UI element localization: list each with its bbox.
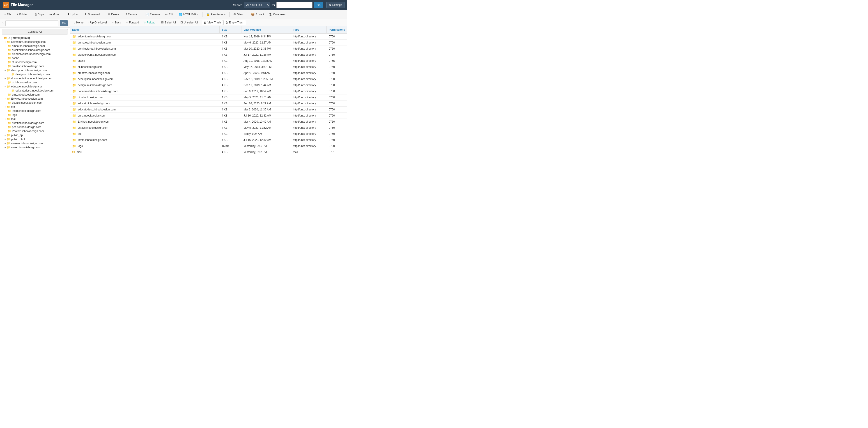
sidebar-item-blenderworks[interactable]: 📁blenderworks.inbookdesign.com — [0, 52, 70, 56]
sidebar-item-mail[interactable]: +📁mail — [0, 117, 70, 121]
table-row[interactable]: 📁 description.inbookdesign.com 4 KB Nov … — [70, 76, 347, 82]
sidebar-item-architecturus[interactable]: 📁architecturus.inbookdesign.com — [0, 48, 70, 52]
table-row[interactable]: 📁 cache 4 KB Aug 10, 2016, 12:38 AM http… — [70, 58, 347, 64]
table-row[interactable]: 📁 blenderworks.inbookdesign.com 4 KB Jul… — [70, 52, 347, 58]
sidebar-item-estatis[interactable]: 📁estatis.inbookdesign.com — [0, 101, 70, 105]
settings-button[interactable]: ⚙ Settings — [327, 2, 344, 8]
rename-button[interactable]: 📄 Rename — [143, 11, 162, 17]
delete-button[interactable]: ✕ Delete — [105, 11, 122, 17]
compress-button[interactable]: 🗜 Compress — [267, 11, 288, 17]
table-row[interactable]: 📁 infom.inbookdesign.com 4 KB Jul 16, 20… — [70, 137, 347, 143]
unselect-all-button[interactable]: ☐ Unselect All — [178, 20, 200, 25]
copy-button[interactable]: ⎘ Copy — [32, 11, 46, 17]
sidebar-item-photom[interactable]: 📁Photom.inbookdesign.com — [0, 129, 70, 133]
search-scope-select[interactable]: All Your Files Public Html Home Director… — [244, 2, 270, 8]
sidebar-item-documentation[interactable]: +📁documentation.inbookdesign.com — [0, 76, 70, 80]
table-row[interactable]: 📁 educatodesc.inbookdesign.com 4 KB Mar … — [70, 107, 347, 113]
sidebar-item-petus[interactable]: 📁petus.inbookdesign.com — [0, 125, 70, 129]
sidebar-path-input[interactable] — [5, 20, 58, 26]
search-input[interactable] — [276, 2, 312, 8]
table-row[interactable]: 📁 logs 16 KB Yesterday, 2:56 PM httpd/un… — [70, 143, 347, 149]
file-type: httpd/unix-directory — [290, 131, 327, 137]
sidebar-item-public_ftp[interactable]: +📁public_ftp — [0, 133, 70, 137]
table-row[interactable]: 📁 emc.inbookdesign.com 4 KB Jul 16, 2020… — [70, 113, 347, 119]
up-one-level-button[interactable]: ↑ Up One Level — [86, 20, 109, 25]
table-row[interactable]: 📁 Enviros.inbookdesign.com 4 KB Mar 4, 2… — [70, 119, 347, 125]
sidebar-item-romeus[interactable]: +📁romeus.inbookdesign.com — [0, 141, 70, 145]
new-file-button[interactable]: + File — [2, 11, 14, 17]
sidebar-item-creativo[interactable]: 📁creativo.inbookdesign.com — [0, 64, 70, 68]
file-name: estatis.inbookdesign.com — [78, 126, 108, 129]
sidebar-item-designum[interactable]: 📁designum.inbookdesign.com — [0, 72, 70, 76]
table-row[interactable]: 📁 dt.inbookdesign.com 4 KB May 5, 2020, … — [70, 94, 347, 101]
reload-button[interactable]: ↻ Reload — [142, 20, 157, 25]
sidebar-item-cf[interactable]: 📁cf.inbookdesign.com — [0, 60, 70, 64]
html-editor-button[interactable]: 🌐 HTML Editor — [176, 11, 201, 17]
table-row[interactable]: 📁 documentation.inbookdesign.com 4 KB Se… — [70, 88, 347, 94]
file-type: httpd/unix-directory — [290, 119, 327, 125]
table-row[interactable]: 📁 etc 4 KB Today, 9:24 AM httpd/unix-dir… — [70, 131, 347, 137]
view-button[interactable]: 👁 View — [231, 11, 246, 17]
search-for-label: for — [272, 3, 275, 7]
sidebar-item-infom[interactable]: 📁infom.inbookdesign.com — [0, 109, 70, 113]
sidebar-item-amnatos[interactable]: 📁amnatos.inbookdesign.com — [0, 44, 70, 48]
collapse-all-button[interactable]: Collapse All — [2, 29, 68, 34]
table-row[interactable]: 📁 amnatos.inbookdesign.com 4 KB May 6, 2… — [70, 40, 347, 46]
restore-button[interactable]: ↺ Restore — [122, 11, 140, 17]
upload-button[interactable]: ⬆ Upload — [65, 11, 82, 17]
new-folder-button[interactable]: + Folder — [14, 11, 30, 17]
sidebar-item-root[interactable]: −📂⌂ (/home/jokkus) — [0, 36, 70, 40]
sidebar-item-adventum[interactable]: +📁adventum.inbookdesign.com — [0, 40, 70, 44]
table-row[interactable]: 📁 estatis.inbookdesign.com 4 KB May 5, 2… — [70, 125, 347, 131]
search-go-button[interactable]: Go — [314, 2, 323, 8]
sidebar-item-educatodesc[interactable]: 📁educatodesc.inbookdesign.com — [0, 89, 70, 93]
sidebar-item-educato[interactable]: +📁educato.inbookdesign.com — [0, 85, 70, 89]
edit-button[interactable]: ✏ Edit — [163, 11, 176, 17]
view-trash-button[interactable]: 🗑 View Trash — [202, 20, 223, 25]
column-header-size[interactable]: Size — [219, 26, 241, 33]
table-row[interactable]: 📁 designum.inbookdesign.com 4 KB Dec 19,… — [70, 82, 347, 88]
file-name-cell: 📁 infom.inbookdesign.com — [70, 137, 219, 143]
forward-button[interactable]: → Forward — [123, 20, 141, 25]
table-row[interactable]: 📁 adventum.inbookdesign.com 4 KB Nov 12,… — [70, 33, 347, 40]
empty-trash-button[interactable]: 🗑 Empty Trash — [223, 20, 246, 25]
extract-button[interactable]: 📦 Extract — [248, 11, 266, 17]
sidebar-item-public_html[interactable]: +📁public_html — [0, 137, 70, 141]
sidebar-item-romex[interactable]: +📁romex.inbookdesign.com — [0, 145, 70, 150]
file-name: educatodesc.inbookdesign.com — [78, 108, 116, 111]
column-header-modified[interactable]: Last Modified — [241, 26, 290, 33]
sidebar-go-button[interactable]: Go — [60, 20, 68, 26]
column-header-name[interactable]: Name — [70, 26, 219, 33]
folder-icon: 📁 — [72, 71, 76, 75]
file-name-cell: 📁 estatis.inbookdesign.com — [70, 125, 219, 131]
sidebar-home-button[interactable]: ⌂ — [2, 21, 4, 25]
table-row[interactable]: 📁 educato.inbookdesign.com 4 KB Feb 26, … — [70, 101, 347, 107]
sidebar-item-enviros[interactable]: +📁Enviros.inbookdesign.com — [0, 97, 70, 101]
home-button[interactable]: ⌂ Home — [72, 20, 86, 25]
sidebar-item-label: educato.inbookdesign.com — [11, 85, 43, 88]
move-button[interactable]: ⇥ Move — [47, 11, 62, 17]
sidebar-item-description[interactable]: +📁description.inbookdesign.com — [0, 68, 70, 72]
column-header-type[interactable]: Type — [290, 26, 327, 33]
download-button[interactable]: ⬇ Download — [82, 11, 102, 17]
mail-icon: ✉ — [72, 150, 75, 154]
table-row[interactable]: 📁 architecturus.inbookdesign.com 4 KB Ma… — [70, 46, 347, 52]
back-button[interactable]: ← Back — [110, 20, 123, 25]
sidebar-item-logs[interactable]: 📁logs — [0, 113, 70, 117]
table-row[interactable]: 📁 creativo.inbookdesign.com 4 KB Apr 23,… — [70, 70, 347, 76]
sidebar-item-emc[interactable]: 📁emc.inbookdesign.com — [0, 93, 70, 97]
sidebar-item-etc[interactable]: +📁etc — [0, 105, 70, 109]
sidebar-item-cache[interactable]: 📁cache — [0, 56, 70, 60]
sidebar-item-dt[interactable]: 📁dt.inbookdesign.com — [0, 80, 70, 85]
main-layout: ⌂ Go Collapse All −📂⌂ (/home/jokkus)+📁ad… — [0, 19, 347, 176]
table-row[interactable]: 📁 cf.inbookdesign.com 4 KB May 14, 2018,… — [70, 64, 347, 70]
table-row[interactable]: ✉ mail 4 KB Yesterday, 9:37 PM mail 0751 — [70, 149, 347, 155]
sidebar-item-nutrition[interactable]: 📁nutrition.inbookdesign.com — [0, 121, 70, 125]
file-permissions: 0700 — [327, 143, 347, 149]
restore-label: Restore — [128, 13, 137, 16]
select-all-button[interactable]: ☑ Select All — [159, 20, 178, 25]
column-header-permissions[interactable]: Permissions — [327, 26, 347, 33]
file-permissions: 0750 — [327, 76, 347, 82]
file-permissions: 0750 — [327, 125, 347, 131]
permissions-button[interactable]: 🔒 Permissions — [204, 11, 228, 17]
